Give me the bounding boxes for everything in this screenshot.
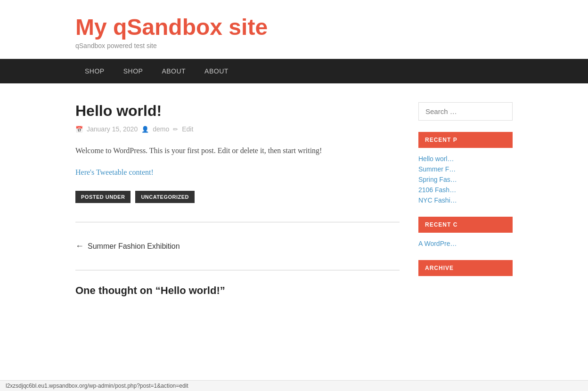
search-input[interactable] <box>418 102 513 121</box>
main-content: Hello world! 📅 January 15, 2020 👤 demo ✏… <box>75 102 400 304</box>
tag-label: POSTED UNDER <box>75 191 131 203</box>
nav-item-about2[interactable]: ABOUT <box>195 59 238 83</box>
author-icon: 👤 <box>141 126 149 133</box>
prev-post-link[interactable]: ← Summer Fashion Exhibition <box>75 241 400 251</box>
site-title[interactable]: My qSandbox site <box>75 14 513 40</box>
comments-section: One thought on “Hello world!” <box>75 285 400 297</box>
divider-bottom <box>75 270 400 270</box>
nav-bar: SHOP SHOP ABOUT ABOUT <box>0 59 588 83</box>
page-layout: Hello world! 📅 January 15, 2020 👤 demo ✏… <box>0 83 588 323</box>
recent-post-1[interactable]: Hello worl… <box>418 154 513 164</box>
edit-icon: ✏ <box>173 126 178 133</box>
site-header: My qSandbox site qSandbox powered test s… <box>0 0 588 59</box>
site-tagline: qSandbox powered test site <box>75 42 513 49</box>
post-author[interactable]: demo <box>153 125 169 133</box>
post-date: January 15, 2020 <box>87 125 138 133</box>
nav-item-about1[interactable]: ABOUT <box>152 59 195 83</box>
calendar-icon: 📅 <box>75 126 83 133</box>
post-title: Hello world! <box>75 102 400 120</box>
left-arrow-icon: ← <box>75 241 84 251</box>
recent-posts-list: Hello worl… Summer F… Spring Fas… 2106 F… <box>418 154 513 205</box>
recent-posts-title: RECENT P <box>418 132 513 148</box>
divider-top <box>75 222 400 222</box>
sidebar: RECENT P Hello worl… Summer F… Spring Fa… <box>418 102 513 304</box>
recent-comment-1[interactable]: A WordPre… <box>418 238 513 249</box>
comments-title: One thought on “Hello world!” <box>75 285 400 297</box>
post-tags: POSTED UNDER UNCATEGORIZED <box>75 191 400 203</box>
tag-value[interactable]: UNCATEGORIZED <box>135 191 195 203</box>
recent-post-2[interactable]: Summer F… <box>418 164 513 174</box>
recent-comments-title: RECENT C <box>418 217 513 233</box>
prev-post-label: Summer Fashion Exhibition <box>88 242 180 251</box>
archives-title: ARCHIVE <box>418 260 513 276</box>
tweetable-link[interactable]: Here's Tweetable content! <box>75 168 400 177</box>
recent-post-3[interactable]: Spring Fas… <box>418 174 513 185</box>
recent-comments-list: A WordPre… <box>418 238 513 249</box>
post-body: Welcome to WordPress. This is your first… <box>75 144 400 157</box>
nav-item-shop2[interactable]: SHOP <box>114 59 153 83</box>
nav-item-shop1[interactable]: SHOP <box>75 59 114 83</box>
recent-post-5[interactable]: NYC Fashi… <box>418 195 513 205</box>
post-meta: 📅 January 15, 2020 👤 demo ✏ Edit <box>75 125 400 133</box>
recent-post-4[interactable]: 2106 Fash… <box>418 185 513 195</box>
post-navigation: ← Summer Fashion Exhibition <box>75 232 400 261</box>
post-edit-link[interactable]: Edit <box>182 125 193 133</box>
